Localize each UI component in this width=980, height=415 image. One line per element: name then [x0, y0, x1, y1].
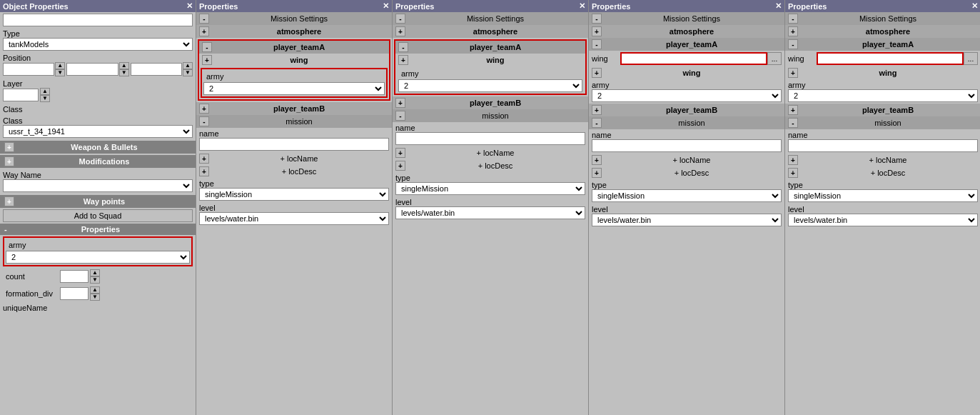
atmosphere-expand-2[interactable]: +	[395, 26, 405, 36]
mission-settings-row-1: - Mission Settings	[196, 12, 392, 25]
props-close-1[interactable]: ✕	[383, 1, 389, 11]
waypoints-section[interactable]: + Way points	[0, 195, 196, 208]
player-team-b-expand-1[interactable]: +	[199, 104, 209, 114]
player-team-b-expand-3[interactable]: +	[592, 105, 602, 115]
locname-expand-3[interactable]: +	[592, 155, 602, 165]
formation-down[interactable]: ▼	[90, 294, 100, 301]
player-team-b-expand-2[interactable]: +	[395, 98, 405, 108]
pos-y-down[interactable]: ▼	[119, 69, 129, 76]
type-select-3[interactable]: singleMission	[592, 189, 782, 202]
locname-expand-2[interactable]: +	[395, 148, 405, 158]
name-label-3: name	[592, 131, 782, 139]
pos-z-input[interactable]: 720.6	[131, 63, 182, 76]
mission-settings-expand-4[interactable]: -	[788, 14, 798, 24]
army-select-3[interactable]: 213	[592, 89, 782, 102]
wing-value-input-3[interactable]: <none>	[620, 52, 767, 65]
locdesc-expand-1[interactable]: +	[199, 166, 209, 176]
mission-expand-2[interactable]: -	[395, 111, 405, 121]
locdesc-row-1: + + locDesc	[196, 165, 392, 178]
layer-up[interactable]: ▲	[40, 88, 50, 95]
mission-expand-4[interactable]: -	[788, 118, 798, 128]
layer-down[interactable]: ▼	[40, 95, 50, 102]
layer-input[interactable]: 1	[3, 89, 39, 101]
name-input-3[interactable]: untitled	[592, 139, 782, 152]
object-properties-close[interactable]: ✕	[186, 1, 193, 11]
weapon-bullets-section[interactable]: + Weapon & Bullets	[0, 141, 196, 154]
player-team-a-expand-4[interactable]: -	[788, 39, 798, 49]
modifications-section[interactable]: + Modifications	[0, 155, 196, 168]
atmosphere-expand-1[interactable]: +	[199, 26, 209, 36]
add-to-squad-button[interactable]: Add to Squad	[3, 209, 193, 222]
wing-value-input-4[interactable]: armada_01	[817, 52, 964, 65]
pos-z-up[interactable]: ▲	[183, 62, 193, 69]
type-select-4[interactable]: singleMission	[788, 189, 978, 202]
atmosphere-expand-3[interactable]: +	[592, 26, 602, 36]
player-team-a-expand-1[interactable]: -	[202, 42, 212, 52]
atmosphere-label-1: atmosphere	[209, 27, 389, 36]
army-select-1[interactable]: 213	[203, 82, 385, 95]
props-close-4[interactable]: ✕	[971, 1, 978, 11]
player-team-b-expand-4[interactable]: +	[788, 105, 798, 115]
locname-expand-4[interactable]: +	[788, 155, 798, 165]
level-select-1[interactable]: levels/water.bin	[199, 212, 389, 225]
count-down[interactable]: ▼	[90, 276, 100, 284]
wayname-select[interactable]	[3, 179, 193, 192]
name-input-4[interactable]: untitled	[788, 139, 978, 152]
type-label: Type	[3, 29, 193, 38]
wing-label-1: wing	[212, 56, 386, 64]
type-select-1[interactable]: singleMissionmultiMission	[199, 188, 389, 201]
pos-z-down[interactable]: ▼	[183, 69, 193, 76]
army-select-4[interactable]: 213	[788, 89, 978, 102]
formation-input[interactable]: 3	[60, 287, 89, 300]
props-header-2: Properties ✕	[393, 0, 588, 12]
wing-ellipsis-3[interactable]: ...	[767, 52, 782, 65]
pos-x-input[interactable]: 540.2	[3, 63, 54, 76]
wing-ellipsis-4[interactable]: ...	[964, 52, 978, 65]
type-select-2[interactable]: singleMission	[395, 182, 585, 195]
type-select[interactable]: tankModels	[3, 38, 193, 51]
object-name-input[interactable]: armada_01	[3, 14, 193, 26]
level-select-3[interactable]: levels/water.bin	[592, 214, 782, 226]
name-input-2[interactable]: untitled	[395, 132, 585, 145]
props-close-2[interactable]: ✕	[579, 1, 585, 11]
count-input[interactable]: 1	[60, 270, 89, 283]
mods-expand-btn[interactable]: +	[4, 156, 14, 166]
mission-settings-expand-2[interactable]: -	[395, 14, 405, 24]
mission-expand-1[interactable]: -	[199, 116, 209, 126]
level-field-2: level levels/water.bin	[393, 196, 588, 221]
locdesc-row-2: + + locDesc	[393, 159, 588, 172]
level-select-4[interactable]: levels/water.bin	[788, 214, 978, 226]
pos-x-up[interactable]: ▲	[55, 62, 65, 69]
player-team-a-expand-2[interactable]: -	[398, 42, 408, 52]
locdesc-expand-2[interactable]: +	[395, 161, 405, 171]
pos-y-input[interactable]: 12.3	[66, 63, 118, 76]
wing-row-1: + wing	[199, 54, 389, 66]
army-select-left[interactable]: 2134	[6, 251, 190, 264]
locname-expand-1[interactable]: +	[199, 154, 209, 164]
player-team-a-expand-3[interactable]: -	[592, 39, 602, 49]
props-close-3[interactable]: ✕	[775, 1, 782, 11]
mission-row-4: - mission	[785, 116, 980, 129]
pos-y-up[interactable]: ▲	[119, 62, 129, 69]
weapon-expand-btn[interactable]: +	[4, 142, 14, 152]
class-select[interactable]: ussr_t_34_1941	[3, 125, 193, 138]
wing-expand-2[interactable]: +	[398, 55, 408, 65]
formation-up[interactable]: ▲	[90, 286, 100, 294]
properties-minus[interactable]: -	[4, 225, 7, 234]
locdesc-expand-4[interactable]: +	[788, 168, 798, 178]
wing-add-expand-3[interactable]: +	[592, 68, 602, 78]
locdesc-expand-3[interactable]: +	[592, 168, 602, 178]
level-select-2[interactable]: levels/water.bin	[395, 206, 585, 219]
army-select-2[interactable]: 213	[398, 79, 582, 92]
mission-expand-3[interactable]: -	[592, 118, 602, 128]
pos-x-down[interactable]: ▼	[55, 69, 65, 76]
wing-expand-1[interactable]: +	[202, 55, 212, 65]
wing-add-expand-4[interactable]: +	[788, 68, 798, 78]
atmosphere-expand-4[interactable]: +	[788, 26, 798, 36]
props-title-2: Properties	[395, 2, 434, 11]
mission-settings-expand-3[interactable]: -	[592, 14, 602, 24]
name-input-1[interactable]: untitled	[199, 138, 389, 151]
mission-settings-expand-1[interactable]: -	[199, 14, 209, 24]
waypoints-expand-btn[interactable]: +	[4, 196, 14, 206]
count-up[interactable]: ▲	[90, 269, 100, 276]
